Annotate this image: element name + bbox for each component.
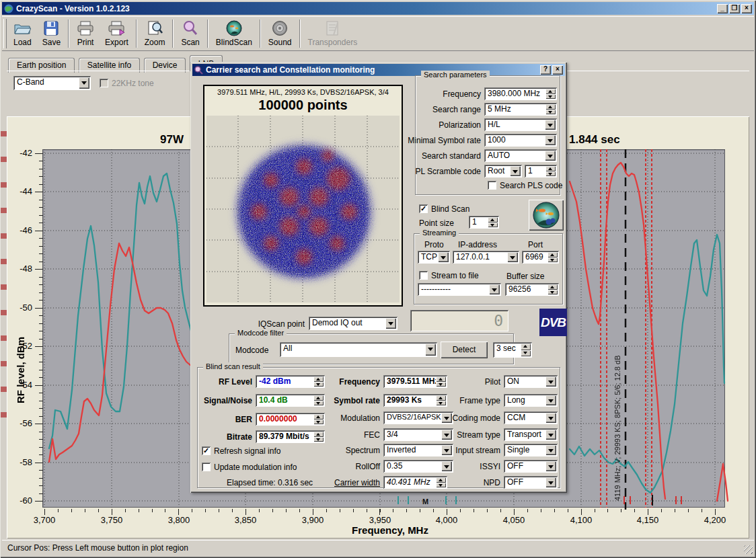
toolbar-handle[interactable] — [3, 19, 7, 48]
input-stream-label: Input stream — [447, 446, 500, 455]
fish-button[interactable] — [529, 200, 564, 231]
update-modulation-checkbox[interactable] — [202, 463, 211, 471]
coding-mode-select[interactable]: CCM — [504, 411, 558, 424]
close-button[interactable]: × — [741, 4, 752, 13]
chevron-down-icon[interactable] — [545, 413, 556, 423]
chevron-down-icon[interactable] — [545, 395, 556, 405]
pl-value-input[interactable]: 1 — [525, 165, 557, 177]
chevron-down-icon[interactable] — [545, 477, 556, 487]
minimize-button[interactable]: _ — [717, 4, 728, 13]
chevron-down-icon[interactable] — [510, 166, 521, 176]
frame-type-select[interactable]: Long — [504, 394, 558, 407]
chevron-down-icon[interactable] — [545, 461, 556, 471]
result-frequency-field[interactable]: 3979.511 MHz — [383, 375, 447, 388]
spinner-buttons[interactable] — [313, 376, 324, 387]
carrier-width-label[interactable]: Carrier width — [326, 478, 380, 487]
spinner-buttons[interactable] — [488, 217, 498, 227]
export-button[interactable]: Export — [100, 17, 134, 50]
blindscan-button[interactable]: BlindScan — [211, 17, 258, 50]
chevron-down-icon[interactable] — [545, 135, 556, 145]
stream-type-select[interactable]: Transport — [504, 428, 558, 441]
chevron-down-icon[interactable] — [489, 284, 500, 294]
spinner-buttons[interactable] — [545, 89, 556, 99]
rolloff-select[interactable]: 0.35 — [383, 460, 453, 473]
point-size-input[interactable]: 1 — [469, 216, 499, 229]
dialog-help-button[interactable]: ? — [540, 65, 551, 75]
port-input[interactable]: 6969 — [522, 251, 559, 264]
npd-select[interactable]: OFF — [504, 476, 558, 489]
chevron-down-icon[interactable] — [441, 461, 452, 471]
spinner-buttons[interactable] — [547, 284, 558, 294]
chevron-down-icon[interactable] — [545, 376, 556, 387]
maximize-button[interactable]: ❒ — [729, 4, 740, 13]
spinner-buttons[interactable] — [545, 104, 556, 114]
spinner-buttons[interactable] — [545, 166, 556, 176]
chevron-down-icon[interactable] — [438, 252, 449, 262]
blind-scan-checkbox[interactable] — [419, 204, 428, 213]
chevron-down-icon[interactable] — [545, 445, 556, 455]
window-titlebar: CrazyScan - Version 1.0.2.123 _ ❒ × — [2, 2, 754, 15]
spinner-buttons[interactable] — [313, 414, 324, 424]
blind-scan-label: Blind Scan — [431, 204, 469, 214]
spinner-buttons[interactable] — [313, 395, 324, 405]
min-symbol-rate-select[interactable]: 1000 — [484, 134, 557, 147]
detect-button[interactable]: Detect — [441, 342, 488, 358]
spectrum-select[interactable]: Inverted — [383, 444, 453, 456]
pilot-select[interactable]: ON — [504, 375, 558, 388]
sound-button[interactable]: Sound — [263, 17, 297, 50]
stream-to-file-checkbox[interactable] — [419, 271, 428, 280]
detect-interval-input[interactable]: 3 sec — [493, 342, 532, 358]
spinner-buttons[interactable] — [313, 432, 324, 442]
spinner-buttons[interactable] — [436, 395, 446, 405]
port-label: Port — [528, 240, 543, 249]
search-pls-checkbox[interactable] — [488, 181, 496, 190]
save-button[interactable]: Save — [37, 17, 66, 50]
band-select[interactable]: C-Band — [13, 76, 91, 90]
chevron-down-icon[interactable] — [545, 430, 556, 440]
spinner-buttons[interactable] — [436, 477, 446, 487]
fec-select[interactable]: 3/4 — [383, 428, 453, 441]
modcode-select[interactable]: All — [280, 342, 437, 357]
polarization-select[interactable]: H/L — [484, 118, 557, 131]
symbol-rate-field[interactable]: 29993 Ks — [383, 394, 447, 407]
bitrate-field[interactable]: 89.379 Mbit/s — [256, 430, 325, 443]
pl-mode-select[interactable]: Root — [484, 165, 522, 177]
search-range-input[interactable]: 5 MHz — [484, 103, 557, 116]
chevron-down-icon[interactable] — [79, 77, 89, 89]
lcd-display: 0 — [410, 310, 508, 331]
scan-button[interactable]: Scan — [176, 17, 204, 50]
dialog-titlebar[interactable]: Carrier search and Constellation monitor… — [192, 64, 565, 76]
x-axis-label: Frequency, MHz — [316, 524, 464, 536]
carrier-width-field[interactable]: 40.491 MHz — [383, 476, 447, 489]
refresh-signal-label: Refresh signal info — [214, 446, 280, 456]
search-standard-select[interactable]: AUTO — [484, 149, 557, 162]
dialog-close-button[interactable]: × — [552, 65, 563, 75]
modulation-select[interactable]: DVBS2/16APSK — [383, 411, 453, 424]
chevron-down-icon[interactable] — [545, 151, 556, 161]
input-stream-select[interactable]: Single — [504, 444, 558, 456]
spinner-buttons[interactable] — [547, 252, 558, 262]
spinner-buttons[interactable] — [521, 344, 531, 356]
issyi-select[interactable]: OFF — [504, 460, 558, 473]
chevron-down-icon[interactable] — [385, 318, 396, 329]
rf-level-field[interactable]: -42 dBm — [256, 375, 325, 388]
chevron-down-icon[interactable] — [425, 344, 436, 356]
iqscan-point-select[interactable]: Demod IQ out — [309, 317, 398, 330]
resize-grip[interactable] — [744, 545, 753, 554]
zoom-button[interactable]: Zoom — [139, 17, 171, 50]
print-button[interactable]: Print — [71, 17, 100, 50]
buffer-size-input[interactable]: 96256 — [505, 283, 559, 296]
proto-select[interactable]: TCP — [418, 251, 450, 264]
load-button[interactable]: Load — [8, 17, 37, 50]
elapsed-time-label: Elapsed time: 0.316 sec — [227, 478, 313, 487]
stream-file-select[interactable]: ----------- — [418, 283, 501, 296]
spinner-buttons[interactable] — [436, 376, 446, 387]
ber-field[interactable]: 0.0000000 — [256, 413, 325, 426]
frequency-input[interactable]: 3980.000 MHz — [484, 87, 557, 100]
chevron-down-icon[interactable] — [545, 120, 556, 130]
chevron-down-icon[interactable] — [507, 252, 518, 262]
refresh-signal-checkbox[interactable] — [202, 446, 211, 455]
signal-noise-field[interactable]: 10.4 dB — [256, 394, 325, 407]
ip-address-select[interactable]: 127.0.0.1 — [453, 251, 519, 264]
dialog-title: Carrier search and Constellation monitor… — [206, 65, 375, 75]
